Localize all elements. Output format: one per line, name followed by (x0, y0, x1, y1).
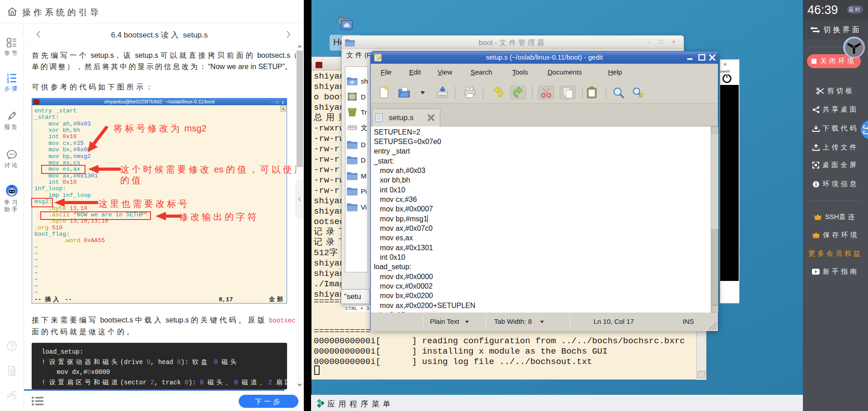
svg-text:3: 3 (7, 79, 9, 83)
